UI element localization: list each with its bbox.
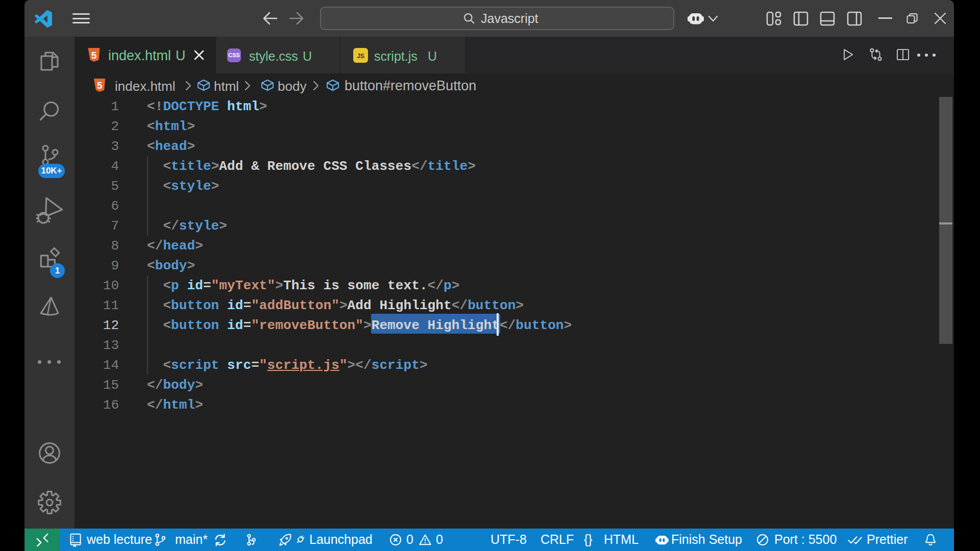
svg-text:5: 5 [97,80,102,91]
svg-text:5: 5 [91,50,97,61]
